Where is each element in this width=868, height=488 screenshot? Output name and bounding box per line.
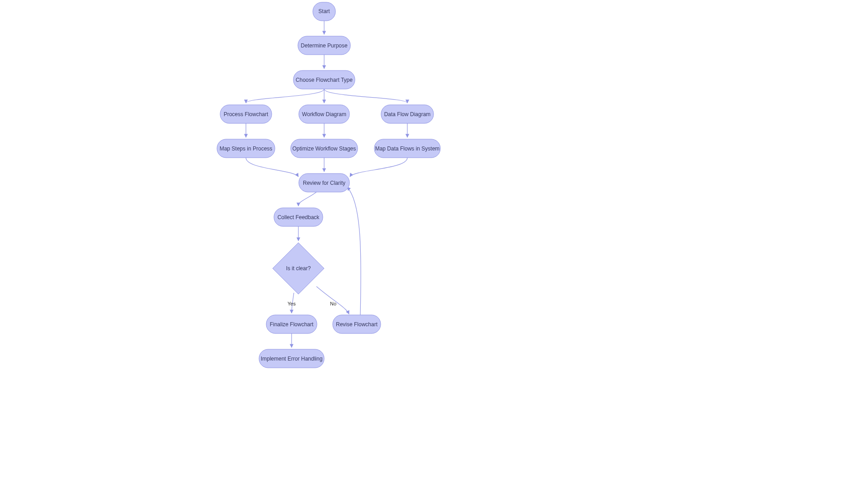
node-revise-flowchart: Revise Flowchart <box>333 315 381 333</box>
node-review-clarity: Review for Clarity <box>299 174 349 192</box>
edge-choose-dataflow <box>324 89 407 103</box>
node-workflow-diagram: Workflow Diagram <box>299 105 349 123</box>
svg-text:Data Flow Diagram: Data Flow Diagram <box>384 111 431 117</box>
node-map-steps: Map Steps in Process <box>217 139 275 158</box>
svg-text:Optimize Workflow Stages: Optimize Workflow Stages <box>292 145 356 152</box>
node-choose-flowchart-type: Choose Flowchart Type <box>293 70 355 89</box>
svg-text:Finalize Flowchart: Finalize Flowchart <box>270 321 314 328</box>
edge-revise-review <box>347 187 361 315</box>
node-finalize-flowchart: Finalize Flowchart <box>266 315 317 333</box>
svg-text:Review for Clarity: Review for Clarity <box>303 180 345 186</box>
edge-mapsteps-review <box>246 158 298 177</box>
node-optimize-workflow: Optimize Workflow Stages <box>291 139 358 158</box>
node-process-flowchart: Process Flowchart <box>220 105 272 123</box>
edge-review-collect <box>298 192 316 206</box>
svg-text:Determine Purpose: Determine Purpose <box>301 42 348 49</box>
svg-text:Start: Start <box>318 8 330 14</box>
svg-text:Revise Flowchart: Revise Flowchart <box>336 321 378 328</box>
node-determine-purpose: Determine Purpose <box>298 36 350 55</box>
node-data-flow-diagram: Data Flow Diagram <box>381 105 434 123</box>
svg-text:Is it clear?: Is it clear? <box>286 265 311 272</box>
svg-text:Choose Flowchart Type: Choose Flowchart Type <box>296 77 353 83</box>
flowchart-diagram: Yes No Start Determine Purpose Choose Fl… <box>0 0 868 488</box>
edge-label-yes: Yes <box>288 301 296 306</box>
svg-text:Map Steps in Process: Map Steps in Process <box>220 145 273 152</box>
node-map-data-flows: Map Data Flows in System <box>374 139 440 158</box>
node-implement-error-handling: Implement Error Handling <box>259 349 324 368</box>
svg-text:Collect Feedback: Collect Feedback <box>278 214 320 221</box>
svg-text:Map Data Flows in System: Map Data Flows in System <box>375 145 440 152</box>
node-is-it-clear: Is it clear? <box>273 243 324 294</box>
edge-label-no: No <box>330 301 336 306</box>
edge-mapdata-review <box>350 158 407 177</box>
svg-text:Implement Error Handling: Implement Error Handling <box>261 356 323 362</box>
edge-choose-process <box>246 89 324 103</box>
edge-clear-revise <box>316 286 349 314</box>
svg-text:Workflow Diagram: Workflow Diagram <box>302 111 346 117</box>
node-start: Start <box>313 2 335 21</box>
svg-text:Process Flowchart: Process Flowchart <box>224 111 269 117</box>
node-collect-feedback: Collect Feedback <box>274 208 323 226</box>
